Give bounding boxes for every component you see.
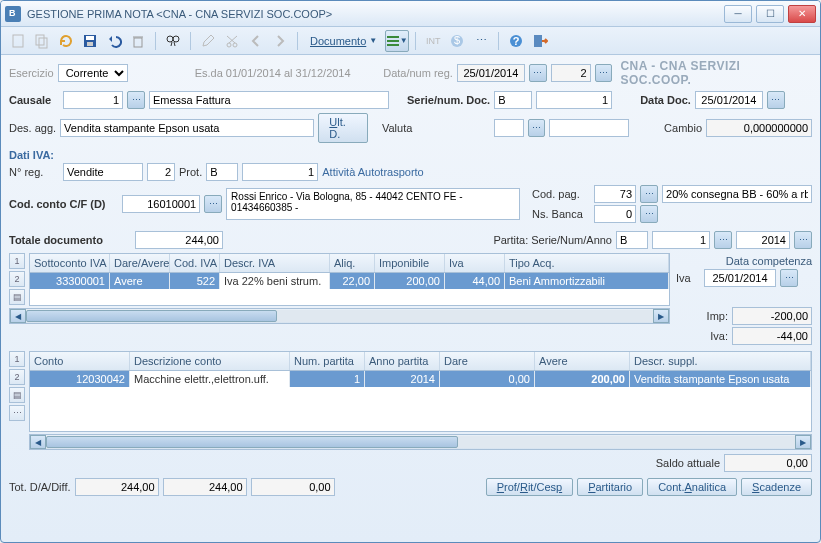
- codpag-descr-field[interactable]: [662, 185, 812, 203]
- iva-date-field[interactable]: [704, 269, 776, 287]
- cut-icon[interactable]: [221, 30, 243, 52]
- col-suppl[interactable]: Descr. suppl.: [630, 352, 811, 370]
- datanum-field[interactable]: [457, 64, 525, 82]
- next-icon[interactable]: [269, 30, 291, 52]
- minimize-button[interactable]: ─: [724, 5, 752, 23]
- desagg-field[interactable]: [60, 119, 314, 137]
- scroll-right-icon[interactable]: ▶: [795, 435, 811, 449]
- scroll-right-icon[interactable]: ▶: [653, 309, 669, 323]
- currency-icon[interactable]: $: [446, 30, 468, 52]
- valuta-field[interactable]: [494, 119, 524, 137]
- ivatot-label: Iva:: [710, 330, 728, 342]
- col-nump[interactable]: Num. partita: [290, 352, 365, 370]
- valuta-lookup-button[interactable]: ⋯: [528, 119, 545, 137]
- nsbanca-lookup-button[interactable]: ⋯: [640, 205, 658, 223]
- col-sottoconto[interactable]: Sottoconto IVA: [30, 254, 110, 272]
- partitario-button[interactable]: Partitario: [577, 478, 643, 496]
- periodo-label: Es.da 01/01/2014 al 31/12/2014: [195, 67, 351, 79]
- datadoc-field[interactable]: [695, 91, 763, 109]
- codpag-field[interactable]: [594, 185, 636, 203]
- scadenze-button[interactable]: Scadenze: [741, 478, 812, 496]
- conti-row1-button[interactable]: 1: [9, 351, 25, 367]
- undo-icon[interactable]: [103, 30, 125, 52]
- exit-icon[interactable]: [529, 30, 551, 52]
- conti-grid: Conto Descrizione conto Num. partita Ann…: [29, 351, 812, 432]
- numdoc-field[interactable]: [536, 91, 612, 109]
- nsbanca-field[interactable]: [594, 205, 636, 223]
- col-iva[interactable]: Iva: [445, 254, 505, 272]
- col-conto[interactable]: Conto: [30, 352, 130, 370]
- causale-lookup-button[interactable]: ⋯: [127, 91, 145, 109]
- iva-row2-button[interactable]: 2: [9, 271, 25, 287]
- partita-anno-button[interactable]: ⋯: [794, 231, 812, 249]
- causale-field[interactable]: [63, 91, 123, 109]
- partita-serie-field[interactable]: [616, 231, 648, 249]
- prof-button[interactable]: Prof/Rit/Cesp: [486, 478, 573, 496]
- iva-grid-button[interactable]: ▤: [9, 289, 25, 305]
- list-icon[interactable]: ▼: [385, 30, 409, 52]
- nreg-num-field[interactable]: [147, 163, 175, 181]
- col-codiva[interactable]: Cod. IVA: [170, 254, 220, 272]
- new-icon[interactable]: [7, 30, 29, 52]
- totale-label: Totale documento: [9, 234, 103, 246]
- iva-row[interactable]: 33300001 Avere 522 Iva 22% beni strum. 2…: [30, 273, 669, 289]
- partita-anno-field[interactable]: [736, 231, 790, 249]
- conti-row2-button[interactable]: 2: [9, 369, 25, 385]
- conti-action-button[interactable]: ⋯: [9, 405, 25, 421]
- scroll-left-icon[interactable]: ◀: [10, 309, 26, 323]
- date-picker-button[interactable]: ⋯: [529, 64, 547, 82]
- iva-row-empty[interactable]: [30, 289, 669, 305]
- conti-grid-button[interactable]: ▤: [9, 387, 25, 403]
- documento-dropdown[interactable]: Documento▼: [304, 30, 383, 52]
- scroll-left-icon[interactable]: ◀: [30, 435, 46, 449]
- col-imponibile[interactable]: Imponibile: [375, 254, 445, 272]
- refresh-icon[interactable]: [55, 30, 77, 52]
- svg-line-10: [171, 42, 172, 46]
- iva-date-picker-button[interactable]: ⋯: [780, 269, 798, 287]
- nreg-field[interactable]: [63, 163, 143, 181]
- save-icon[interactable]: [79, 30, 101, 52]
- col-tipoacq[interactable]: Tipo Acq.: [505, 254, 669, 272]
- contanalitica-button[interactable]: Cont.Analitica: [647, 478, 737, 496]
- int-icon[interactable]: INT: [422, 30, 444, 52]
- maximize-button[interactable]: ☐: [756, 5, 784, 23]
- col-aliq[interactable]: Aliq.: [330, 254, 375, 272]
- numreg-lookup-button[interactable]: ⋯: [595, 64, 613, 82]
- find-icon[interactable]: [162, 30, 184, 52]
- delete-icon[interactable]: [127, 30, 149, 52]
- svg-rect-6: [134, 38, 142, 47]
- totale-field[interactable]: [135, 231, 223, 249]
- svg-line-14: [227, 36, 235, 43]
- iva-hscroll[interactable]: ◀ ▶: [9, 308, 670, 324]
- col-descrconto[interactable]: Descrizione conto: [130, 352, 290, 370]
- more-icon[interactable]: ⋯: [470, 30, 492, 52]
- ultd-button[interactable]: Ult. D.: [318, 113, 368, 143]
- prot-num-field[interactable]: [242, 163, 318, 181]
- codconto-field[interactable]: [122, 195, 200, 213]
- col-descriva[interactable]: Descr. IVA: [220, 254, 330, 272]
- numreg-field[interactable]: [551, 64, 591, 82]
- datadoc-picker-button[interactable]: ⋯: [767, 91, 785, 109]
- valuta-descr-field[interactable]: [549, 119, 629, 137]
- col-dare[interactable]: Dare: [440, 352, 535, 370]
- col-annop[interactable]: Anno partita: [365, 352, 440, 370]
- edit-icon[interactable]: [197, 30, 219, 52]
- iva-row1-button[interactable]: 1: [9, 253, 25, 269]
- causale-descr-field[interactable]: [149, 91, 389, 109]
- conti-row[interactable]: 12030042 Macchine elettr.,elettron.uff. …: [30, 371, 811, 387]
- close-button[interactable]: ✕: [788, 5, 816, 23]
- partita-num-field[interactable]: [652, 231, 710, 249]
- prot-serie-field[interactable]: [206, 163, 238, 181]
- svg-rect-20: [534, 35, 542, 47]
- codpag-lookup-button[interactable]: ⋯: [640, 185, 658, 203]
- partita-lookup-button[interactable]: ⋯: [714, 231, 732, 249]
- col-avere[interactable]: Avere: [535, 352, 630, 370]
- col-dareavere[interactable]: Dare/Avere: [110, 254, 170, 272]
- help-icon[interactable]: ?: [505, 30, 527, 52]
- prev-icon[interactable]: [245, 30, 267, 52]
- codconto-lookup-button[interactable]: ⋯: [204, 195, 222, 213]
- conti-hscroll[interactable]: ◀ ▶: [29, 434, 812, 450]
- copy-icon[interactable]: [31, 30, 53, 52]
- serie-field[interactable]: [494, 91, 532, 109]
- esercizio-select[interactable]: Corrente: [58, 64, 128, 82]
